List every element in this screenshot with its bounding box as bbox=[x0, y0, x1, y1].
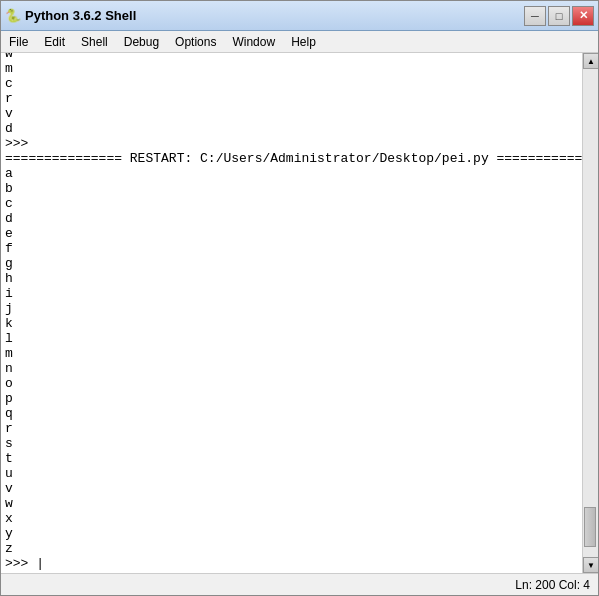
title-bar: 🐍 Python 3.6.2 Shell ─ □ ✕ bbox=[1, 1, 598, 31]
window: 🐍 Python 3.6.2 Shell ─ □ ✕ File Edit She… bbox=[0, 0, 599, 596]
menu-bar: File Edit Shell Debug Options Window Hel… bbox=[1, 31, 598, 53]
cursor-position: Ln: 200 Col: 4 bbox=[515, 578, 590, 592]
menu-shell[interactable]: Shell bbox=[73, 33, 116, 51]
maximize-button[interactable]: □ bbox=[548, 6, 570, 26]
scroll-track[interactable] bbox=[583, 69, 598, 557]
menu-file[interactable]: File bbox=[1, 33, 36, 51]
menu-help[interactable]: Help bbox=[283, 33, 324, 51]
menu-window[interactable]: Window bbox=[224, 33, 283, 51]
scroll-down-button[interactable]: ▼ bbox=[583, 557, 598, 573]
window-title: Python 3.6.2 Shell bbox=[25, 8, 524, 23]
content-area: j i a s l w m c r v d >>> ==============… bbox=[1, 53, 598, 573]
minimize-button[interactable]: ─ bbox=[524, 6, 546, 26]
app-icon: 🐍 bbox=[5, 8, 21, 24]
menu-debug[interactable]: Debug bbox=[116, 33, 167, 51]
status-bar: Ln: 200 Col: 4 bbox=[1, 573, 598, 595]
shell-output[interactable]: j i a s l w m c r v d >>> ==============… bbox=[1, 53, 582, 573]
window-controls: ─ □ ✕ bbox=[524, 6, 594, 26]
scroll-thumb[interactable] bbox=[584, 507, 596, 547]
menu-edit[interactable]: Edit bbox=[36, 33, 73, 51]
scrollbar[interactable]: ▲ ▼ bbox=[582, 53, 598, 573]
menu-options[interactable]: Options bbox=[167, 33, 224, 51]
scroll-up-button[interactable]: ▲ bbox=[583, 53, 598, 69]
close-button[interactable]: ✕ bbox=[572, 6, 594, 26]
